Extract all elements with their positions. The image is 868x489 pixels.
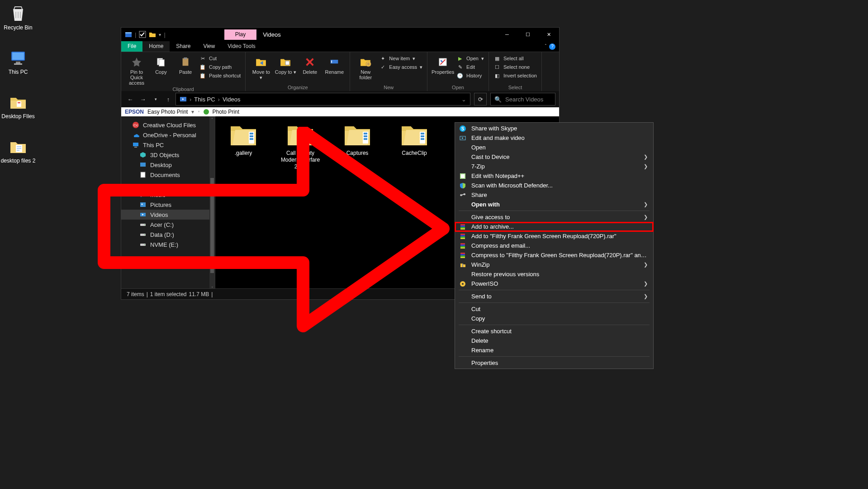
history-button[interactable]: 🕑History <box>456 72 484 79</box>
scroll-down-icon[interactable]: ˬ <box>209 282 215 288</box>
nav-up-button[interactable]: ↑ <box>163 94 174 105</box>
edit-button[interactable]: ✎Edit <box>456 63 484 71</box>
maximize-button[interactable]: ☐ <box>517 28 538 41</box>
nav-recent-dropdown[interactable]: ▾ <box>150 94 161 105</box>
tab-share[interactable]: Share <box>170 41 197 52</box>
tree-item-vid[interactable]: Videos <box>121 210 215 220</box>
ctx-copy[interactable]: Copy <box>455 314 653 323</box>
copy-to-button[interactable]: Copy to ▾ <box>275 54 296 75</box>
paste-button[interactable]: Paste <box>175 54 196 75</box>
tree-item-3d[interactable]: 3D Objects <box>121 150 215 160</box>
pin-to-quick-access-button[interactable]: Pin to Quick access <box>126 54 147 86</box>
refresh-button[interactable]: ⟳ <box>474 93 487 105</box>
tab-view[interactable]: View <box>197 41 221 52</box>
easy-access-button[interactable]: ✓Easy access ▾ <box>379 63 422 71</box>
desktop-icon-recycle-bin[interactable]: Recycle Bin <box>0 4 36 31</box>
help-icon[interactable]: ? <box>549 43 555 50</box>
tree-item-dd[interactable]: Data (D:) <box>121 230 215 240</box>
address-bar[interactable]: › This PC › Videos ⌄ <box>175 93 470 105</box>
tree-item-tpc[interactable]: This PC <box>121 140 215 150</box>
desktop-icon-desktop-files[interactable]: Desktop FIles <box>0 92 36 120</box>
ctx-cut[interactable]: Cut <box>455 304 653 314</box>
copy-path-button[interactable]: 📋Copy path <box>199 63 241 71</box>
breadcrumb-root[interactable]: This PC <box>194 96 215 103</box>
tree-scrollbar[interactable]: ˆ ˬ <box>209 116 215 288</box>
folder-gallery[interactable]: .gallery <box>223 122 263 157</box>
nav-back-button[interactable]: ← <box>125 94 136 105</box>
ctx-open[interactable]: Open <box>455 143 653 152</box>
tree-item-pic[interactable]: Pictures <box>121 200 215 210</box>
paste-shortcut-button[interactable]: 📋Paste shortcut <box>199 72 241 79</box>
ctx-share[interactable]: Share <box>455 190 653 200</box>
ctx-compress-and-email[interactable]: Compress and email... <box>455 241 653 250</box>
share-icon <box>459 191 467 199</box>
svg-rect-35 <box>133 262 135 264</box>
folder-captures[interactable]: Captures <box>337 122 377 157</box>
ctx-edit-with-notepad[interactable]: Edit with Notepad++ <box>455 171 653 181</box>
folder-cacheclip[interactable]: CacheClip <box>394 122 434 157</box>
move-to-button[interactable]: Move to ▾ <box>250 54 272 81</box>
ctx-restore-previous-versions[interactable]: Restore previous versions <box>455 269 653 279</box>
invert-selection-button[interactable]: ◧Invert selection <box>493 72 537 79</box>
desktop-icon-this-pc[interactable]: This PC <box>0 48 36 75</box>
ctx-properties[interactable]: Properties <box>455 358 653 368</box>
scroll-thumb[interactable] <box>210 178 214 273</box>
search-box[interactable]: 🔍 Search Videos <box>490 93 555 105</box>
epson-easy-print[interactable]: Easy Photo Print <box>147 109 188 115</box>
tree-item-ne[interactable]: NVME (E:) <box>121 240 215 249</box>
properties-button[interactable]: Properties <box>432 54 454 75</box>
delete-button[interactable]: Delete <box>299 54 321 75</box>
copy-button[interactable]: Copy <box>150 54 172 75</box>
scroll-up-icon[interactable]: ˆ <box>209 116 215 123</box>
epson-photo-print[interactable]: Photo Print <box>213 109 239 115</box>
rename-button[interactable]: Rename <box>323 54 345 75</box>
ctx-poweriso[interactable]: PowerISO❯ <box>455 279 653 288</box>
nav-forward-button[interactable]: → <box>138 94 148 105</box>
tree-item-ccf[interactable]: CcCreative Cloud Files <box>121 120 215 130</box>
select-none-button[interactable]: ☐Select none <box>493 63 537 71</box>
tab-home[interactable]: Home <box>142 41 170 52</box>
collapse-ribbon-icon[interactable]: ˆ <box>545 44 546 49</box>
folder-icon[interactable] <box>149 31 156 38</box>
desktop-icon-desktop-files-2[interactable]: desktop files 2 <box>0 137 36 164</box>
ctx-add-to-filthy-frank-green-screen-reupload-720p-rar[interactable]: Add to "Filthy Frank Green Screen Reuplo… <box>455 231 653 241</box>
ctx-scan-with-microsoft-defender[interactable]: Scan with Microsoft Defender... <box>455 181 653 190</box>
ctx-edit-and-make-video[interactable]: Edit and make video <box>455 133 653 143</box>
ctx-winzip[interactable]: WinZip❯ <box>455 260 653 269</box>
ctx-create-shortcut[interactable]: Create shortcut <box>455 326 653 336</box>
ctx-share-with-skype[interactable]: SShare with Skype <box>455 124 653 133</box>
ctx-compress-to-filthy-frank-green-screen-reupload-720p-rar-and-email[interactable]: Compress to "Filthy Frank Green Screen R… <box>455 250 653 260</box>
ctx-send-to[interactable]: Send to❯ <box>455 292 653 301</box>
folder-cod[interactable]: Call of Duty Modern Warfare 2019 <box>280 122 320 170</box>
qat-dropdown-icon[interactable]: ▾ <box>159 32 161 37</box>
tree-item-doc[interactable]: Documents <box>121 170 215 180</box>
tree-item-ac[interactable]: Acer (C:) <box>121 220 215 230</box>
tab-video-tools[interactable]: Video Tools <box>221 41 262 52</box>
ctx-cast-to-device[interactable]: Cast to Device❯ <box>455 152 653 162</box>
blank-icon <box>459 346 467 355</box>
new-item-button[interactable]: ✦New item ▾ <box>379 55 422 62</box>
tree-item-od[interactable]: OneDrive - Personal <box>121 130 215 140</box>
navigation-pane: CcCreative Cloud FilesOneDrive - Persona… <box>121 116 215 288</box>
ctx-add-to-archive[interactable]: Add to archive... <box>455 222 653 231</box>
tree-item-net[interactable]: Network <box>121 259 215 269</box>
ctx-7-zip[interactable]: 7-Zip❯ <box>455 162 653 171</box>
new-folder-button[interactable]: New folder <box>355 54 376 80</box>
checkbox-icon[interactable] <box>139 31 146 38</box>
tree-item-mus[interactable]: Music <box>121 190 215 200</box>
ctx-open-with[interactable]: Open with❯ <box>455 200 653 209</box>
ctx-rename[interactable]: Rename <box>455 345 653 355</box>
breadcrumb-current[interactable]: Videos <box>223 96 241 103</box>
select-all-button[interactable]: ▦Select all <box>493 55 537 62</box>
ctx-delete[interactable]: Delete <box>455 336 653 345</box>
close-button[interactable]: ✕ <box>538 28 559 41</box>
address-dropdown-icon[interactable]: ⌄ <box>461 96 466 103</box>
minimize-button[interactable]: ─ <box>497 28 517 41</box>
ctx-label: Compress and email... <box>471 242 648 249</box>
tab-file[interactable]: File <box>121 41 142 52</box>
ctx-give-access-to[interactable]: Give access to❯ <box>455 212 653 222</box>
tree-item-dk[interactable]: Desktop <box>121 160 215 170</box>
open-button[interactable]: ▶Open ▾ <box>456 55 484 62</box>
contextual-tab-play[interactable]: Play <box>224 29 256 40</box>
cut-button[interactable]: ✂Cut <box>199 55 241 62</box>
